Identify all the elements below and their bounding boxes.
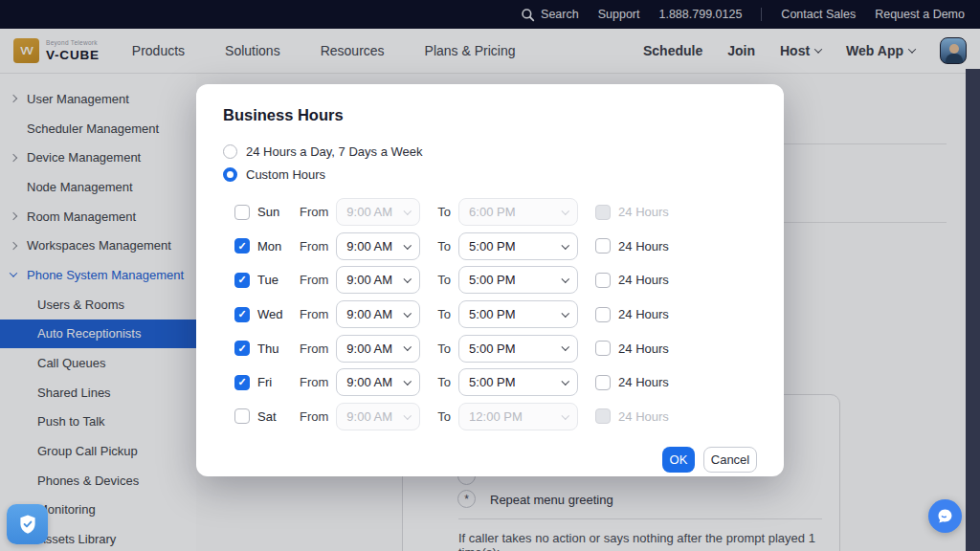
chevron-down-icon <box>404 276 412 283</box>
tue-to-select[interactable]: 5:00 PM <box>458 266 578 294</box>
day-row-thu: ✓ Thu From 9:00 AM To 5:00 PM 24 Hours <box>234 331 757 365</box>
sun-to-select[interactable]: 6:00 PM <box>458 198 578 226</box>
cancel-button[interactable]: Cancel <box>703 447 757 473</box>
thu-from-select[interactable]: 9:00 AM <box>336 335 420 363</box>
sun-from-select[interactable]: 9:00 AM <box>336 198 420 226</box>
wed-from-select[interactable]: 9:00 AM <box>336 300 420 328</box>
fri-to-select[interactable]: 5:00 PM <box>458 368 578 396</box>
custom-hours-grid: Sun From 9:00 AM To 6:00 PM 24 Hours ✓ M… <box>223 195 757 433</box>
sat-to-select[interactable]: 12:00 PM <box>458 403 578 430</box>
mon-checkbox[interactable]: ✓ <box>234 238 250 253</box>
wed-checkbox[interactable]: ✓ <box>234 307 250 322</box>
fri-24h-checkbox[interactable] <box>595 375 611 390</box>
chevron-down-icon <box>561 343 568 351</box>
thu-checkbox[interactable]: ✓ <box>234 341 250 356</box>
thu-to-select[interactable]: 5:00 PM <box>458 335 578 363</box>
chevron-down-icon <box>404 241 412 249</box>
chevron-down-icon <box>561 411 568 419</box>
modal-title: Business Hours <box>223 106 757 124</box>
day-row-sun: Sun From 9:00 AM To 6:00 PM 24 Hours <box>234 195 757 230</box>
chevron-down-icon <box>404 411 412 419</box>
mon-to-select[interactable]: 5:00 PM <box>458 232 578 260</box>
wed-to-select[interactable]: 5:00 PM <box>458 300 578 328</box>
privacy-shield-badge[interactable] <box>7 504 48 544</box>
radio-selected-icon[interactable] <box>223 167 237 182</box>
chevron-down-icon <box>561 241 568 249</box>
radio-24x7[interactable]: 24 Hours a Day, 7 Days a Week <box>223 140 757 163</box>
shield-check-icon <box>16 513 39 536</box>
fri-from-select[interactable]: 9:00 AM <box>336 368 420 396</box>
radio-custom-hours[interactable]: Custom Hours <box>223 163 757 186</box>
chevron-down-icon <box>404 207 412 214</box>
day-row-mon: ✓ Mon From 9:00 AM To 5:00 PM 24 Hours <box>234 230 757 264</box>
chevron-down-icon <box>561 276 568 283</box>
tue-checkbox[interactable]: ✓ <box>234 273 250 288</box>
tue-from-select[interactable]: 9:00 AM <box>336 266 420 294</box>
radio-unselected-icon[interactable] <box>223 144 237 159</box>
sat-24h-checkbox <box>595 408 611 424</box>
chat-bubble-icon <box>936 507 954 525</box>
chevron-down-icon <box>404 309 412 317</box>
fri-checkbox[interactable]: ✓ <box>234 375 250 390</box>
day-row-sat: Sat From 9:00 AM To 12:00 PM 24 Hours <box>234 400 757 434</box>
sun-checkbox[interactable] <box>234 205 250 220</box>
chevron-down-icon <box>404 377 412 385</box>
day-row-tue: ✓ Tue From 9:00 AM To 5:00 PM 24 Hours <box>234 263 757 298</box>
chevron-down-icon <box>404 343 412 351</box>
sun-24h-checkbox <box>595 205 611 220</box>
wed-24h-checkbox[interactable] <box>595 307 611 322</box>
business-hours-modal: Business Hours 24 Hours a Day, 7 Days a … <box>196 84 784 476</box>
chevron-down-icon <box>561 207 568 214</box>
chevron-down-icon <box>561 377 568 385</box>
day-row-fri: ✓ Fri From 9:00 AM To 5:00 PM 24 Hours <box>234 365 757 400</box>
ok-button[interactable]: OK <box>662 447 695 473</box>
sat-checkbox[interactable] <box>234 408 250 424</box>
chat-fab-button[interactable] <box>928 499 962 533</box>
chevron-down-icon <box>561 309 568 317</box>
sat-from-select[interactable]: 9:00 AM <box>336 403 420 430</box>
day-row-wed: ✓ Wed From 9:00 AM To 5:00 PM 24 Hours <box>234 298 757 332</box>
mon-from-select[interactable]: 9:00 AM <box>336 232 420 260</box>
thu-24h-checkbox[interactable] <box>595 341 611 356</box>
scrollbar-gutter[interactable] <box>966 69 980 551</box>
mon-24h-checkbox[interactable] <box>595 238 611 253</box>
tue-24h-checkbox[interactable] <box>595 273 611 288</box>
